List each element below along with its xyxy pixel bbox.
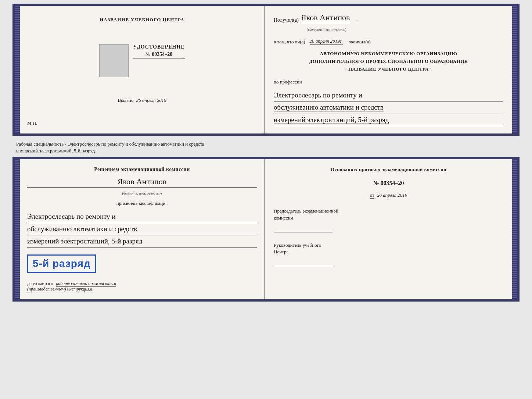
prof-text2: обслуживанию автоматики и средств <box>274 103 384 111</box>
spine-right-top <box>512 6 517 133</box>
vtom-date: 26 апреля 2019г. <box>310 38 343 45</box>
komissia-name: Яков Антипов <box>27 177 257 188</box>
rukov-line2: Центра <box>274 249 288 254</box>
po-professii-label: по профессии <box>274 79 503 85</box>
top-booklet-right-page: Получил(а) Яков Антипов – (фамилия, имя,… <box>265 6 512 133</box>
bottom-booklet: Решением экзаменационной комиссии Яков А… <box>12 157 520 302</box>
org-quote: " НАЗВАНИЕ УЧЕБНОГО ЦЕНТРА " <box>274 65 503 73</box>
cert-section: УДОСТОВЕРЕНИЕ № 00354–20 <box>99 44 184 77</box>
protocol-date: от 26 апреля 2019 <box>274 192 503 198</box>
chairman-block: Председатель экзаменационной комиссии <box>274 208 503 232</box>
bottom-booklet-right: Основание: протокол экзаменационной коми… <box>265 159 512 299</box>
razryad-text: 5-й разряд <box>27 254 96 273</box>
top-booklet-left-page: НАЗВАНИЕ УЧЕБНОГО ЦЕНТРА УДОСТОВЕРЕНИЕ №… <box>20 6 265 133</box>
razryad-badge: 5-й разряд <box>27 251 257 277</box>
rukov-line1: Руководитель учебного <box>274 242 321 248</box>
prof-text1: Электрослесарь по ремонту и <box>274 91 362 99</box>
osnov-label: Основание: протокол экзаменационной коми… <box>274 167 503 172</box>
recipient-line: Получил(а) Яков Антипов – <box>274 13 503 23</box>
kvalif-line2: обслуживанию автоматики и средств <box>27 224 257 236</box>
ot-date: 26 апреля 2019 <box>377 192 407 198</box>
dash: – <box>356 17 358 23</box>
bottom-booklet-left: Решением экзаменационной комиссии Яков А… <box>20 159 265 299</box>
org-line1: АВТОНОМНУЮ НЕКОММЕРЧЕСКУЮ ОРГАНИЗАЦИЮ <box>274 50 503 58</box>
top-booklet: НАЗВАНИЕ УЧЕБНОГО ЦЕНТРА УДОСТОВЕРЕНИЕ №… <box>12 4 520 136</box>
fio-hint-top: (фамилия, имя, отчество) <box>307 28 503 32</box>
chairman-line1: Председатель экзаменационной <box>274 208 338 214</box>
profession-line1: Электрослесарь по ремонту и <box>274 90 503 102</box>
komissia-title: Решением экзаменационной комиссии <box>27 167 257 172</box>
vtom-line: в том, что он(а) 26 апреля 2019г. окончи… <box>274 38 503 45</box>
chairman-line2: комиссии <box>274 215 293 221</box>
spine-right-bottom <box>512 159 517 299</box>
profession-line3: измерений электростанций, 5-й разряд <box>274 115 503 127</box>
ot-label: от <box>370 192 374 199</box>
poluchil-label: Получил(а) <box>274 17 299 23</box>
kval-text3: измерений электростанций, 5-й разряд <box>27 237 142 245</box>
separator-text: Рабочая специальность - Электрослесарь п… <box>12 139 520 154</box>
photo-placeholder <box>99 44 129 77</box>
protocol-number: № 00354–20 <box>274 180 503 186</box>
kvalif-block: Электрослесарь по ремонту и обслуживанию… <box>27 211 257 248</box>
dopuskaetsya-label: допускается к <box>27 281 53 286</box>
prof-text3: измерений электростанций, 5-й разряд <box>274 116 389 124</box>
dopusk-text: работе согласно должностным <box>56 281 116 287</box>
cert-text: УДОСТОВЕРЕНИЕ № 00354–20 <box>133 44 184 58</box>
kvalif-line3: измерений электростанций, 5-й разряд <box>27 236 257 248</box>
spine-left <box>15 6 20 133</box>
vydano-label: Выдано <box>118 97 133 103</box>
separator-line1: Рабочая специальность - Электрослесарь п… <box>16 141 520 147</box>
dopusk-block: допускается к работе согласно должностны… <box>27 281 257 292</box>
mp-label: М.П. <box>27 120 37 126</box>
profession-block: Электрослесарь по ремонту и обслуживанию… <box>274 90 503 127</box>
vydano-line: Выдано 26 апреля 2019 <box>118 97 166 103</box>
vtom-label: в том, что он(а) <box>274 39 305 45</box>
dopusk-text2: (производственным) инструкциям <box>27 286 92 292</box>
rukov-block: Руководитель учебного Центра <box>274 242 503 266</box>
cert-title: УДОСТОВЕРЕНИЕ <box>133 44 184 50</box>
recipient-name: Яков Антипов <box>301 13 350 23</box>
org-line2: ДОПОЛНИТЕЛЬНОГО ПРОФЕССИОНАЛЬНОГО ОБРАЗО… <box>274 58 503 65</box>
cert-title-block: УДОСТОВЕРЕНИЕ № 00354–20 <box>133 44 184 58</box>
kval-text2: обслуживанию автоматики и средств <box>27 225 137 233</box>
chairman-signature-line <box>274 225 332 232</box>
separator-line2: измерений электростанций, 5-й разряд <box>16 147 520 154</box>
spine-left-bottom <box>15 159 20 299</box>
prisvoena-label: присвоена квалификация <box>27 200 257 206</box>
school-name-top: НАЗВАНИЕ УЧЕБНОГО ЦЕНТРА <box>100 17 184 23</box>
kvalif-line1: Электрослесарь по ремонту и <box>27 211 257 223</box>
kval-text1: Электрослесарь по ремонту и <box>27 213 116 220</box>
fio-hint-bottom: (фамилия, имя, отчество) <box>27 191 257 195</box>
rukov-signature-line <box>274 259 332 266</box>
org-block: АВТОНОМНУЮ НЕКОММЕРЧЕСКУЮ ОРГАНИЗАЦИЮ ДО… <box>274 50 503 73</box>
cert-number: № 00354–20 <box>133 51 184 58</box>
okonchil-label: окончил(а) <box>349 39 371 45</box>
vydano-date: 26 апреля 2019 <box>136 97 166 103</box>
profession-line2: обслуживанию автоматики и средств <box>274 102 503 114</box>
